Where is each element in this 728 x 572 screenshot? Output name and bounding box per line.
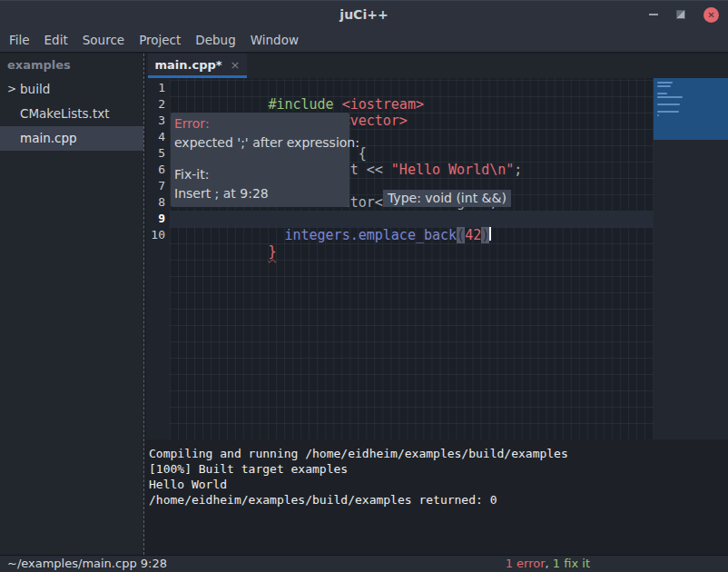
tree-item-maincpp[interactable]: main.cpp <box>0 126 143 151</box>
menu-source[interactable]: Source <box>75 27 132 53</box>
tree-item-label: build <box>20 82 50 96</box>
minimap-line <box>657 104 680 105</box>
minimap-line <box>657 114 659 116</box>
menu-window[interactable]: Window <box>243 27 306 53</box>
minimap-line <box>657 82 673 84</box>
tree-item-label: main.cpp <box>20 131 77 145</box>
tab-close-icon[interactable]: × <box>231 58 241 72</box>
titlebar[interactable]: juCi++ ✕ <box>0 0 728 27</box>
application-window: juCi++ ✕ File Edit Source Project Debug … <box>0 0 728 572</box>
status-file-location: ~/examples/main.cpp 9:28 <box>7 556 167 572</box>
terminal-line: Hello World <box>149 477 728 492</box>
line-number: 2 <box>146 96 170 113</box>
window-controls: ✕ <box>649 1 719 28</box>
statusbar: ~/examples/main.cpp 9:28 1 error, 1 fix … <box>0 555 728 572</box>
type-tooltip: Type: void (int &&) <box>383 190 511 207</box>
error-count: 1 error <box>506 557 546 570</box>
editor-pane: main.cpp* × 1 2 3 4 5 6 7 8 9 10 <box>146 54 728 555</box>
code-line: #include <iostream> <box>170 80 654 96</box>
file-tree-sidebar: examples > build CMakeLists.txt main.cpp <box>0 54 143 555</box>
menu-edit[interactable]: Edit <box>37 27 75 53</box>
line-number: 3 <box>146 113 170 129</box>
tab-maincpp[interactable]: main.cpp* × <box>148 54 247 78</box>
line-number-current: 9 <box>146 211 170 227</box>
tabbar: main.cpp* × <box>146 54 728 78</box>
fixit-count: 1 fix it <box>553 557 590 570</box>
restore-icon[interactable] <box>676 10 685 19</box>
line-number: 5 <box>146 145 170 162</box>
line-number: 8 <box>146 194 170 211</box>
project-name: examples <box>0 54 143 77</box>
menubar: File Edit Source Project Debug Window <box>0 27 728 53</box>
minimap-slider[interactable] <box>654 78 728 140</box>
close-icon[interactable]: ✕ <box>703 7 719 23</box>
minimap-line <box>657 85 671 87</box>
menu-file[interactable]: File <box>2 27 37 53</box>
line-number: 6 <box>146 162 170 178</box>
text-cursor <box>489 227 491 241</box>
line-number: 10 <box>146 227 170 243</box>
line-number-gutter: 1 2 3 4 5 6 7 8 9 10 <box>146 78 170 439</box>
error-tooltip: Error: expected ';' after expression: Fi… <box>171 113 349 207</box>
menu-debug[interactable]: Debug <box>188 27 242 53</box>
tree-item-label: CMakeLists.txt <box>20 106 110 121</box>
line-number: 4 <box>146 129 170 145</box>
status-diagnostics: 1 error, 1 fix it <box>506 556 590 572</box>
minimap-line <box>657 111 679 113</box>
line-number: 1 <box>146 80 170 96</box>
terminal-output[interactable]: Compiling and running /home/eidheim/exam… <box>146 444 728 555</box>
terminal-line: /home/eidheim/examples/build/examples re… <box>149 492 728 508</box>
tooltip-fixit-title: Fix-it: <box>174 165 346 184</box>
tree-item-cmakelists[interactable]: CMakeLists.txt <box>0 102 143 126</box>
line-number: 7 <box>146 178 170 194</box>
window-title: juCi++ <box>0 1 728 28</box>
tree-item-build[interactable]: > build <box>0 77 143 102</box>
terminal-line: [100%] Built target examples <box>149 461 728 477</box>
minimap[interactable] <box>654 78 728 439</box>
tooltip-error-title: Error: <box>174 114 346 133</box>
menu-project[interactable]: Project <box>132 27 188 53</box>
terminal-line: Compiling and running /home/eidheim/exam… <box>149 446 728 461</box>
minimap-line <box>657 93 667 94</box>
minimap-line <box>657 96 683 98</box>
tooltip-fixit-text: Insert ; at 9:28 <box>174 184 346 203</box>
tooltip-error-message: expected ';' after expression: <box>174 133 346 153</box>
main-content: examples > build CMakeLists.txt main.cpp… <box>0 54 728 555</box>
minimize-icon[interactable] <box>649 14 658 15</box>
source-editor[interactable]: 1 2 3 4 5 6 7 8 9 10 #include <iostream> <box>146 78 728 439</box>
tab-label: main.cpp* <box>155 58 222 72</box>
chevron-right-icon[interactable]: > <box>7 77 16 102</box>
